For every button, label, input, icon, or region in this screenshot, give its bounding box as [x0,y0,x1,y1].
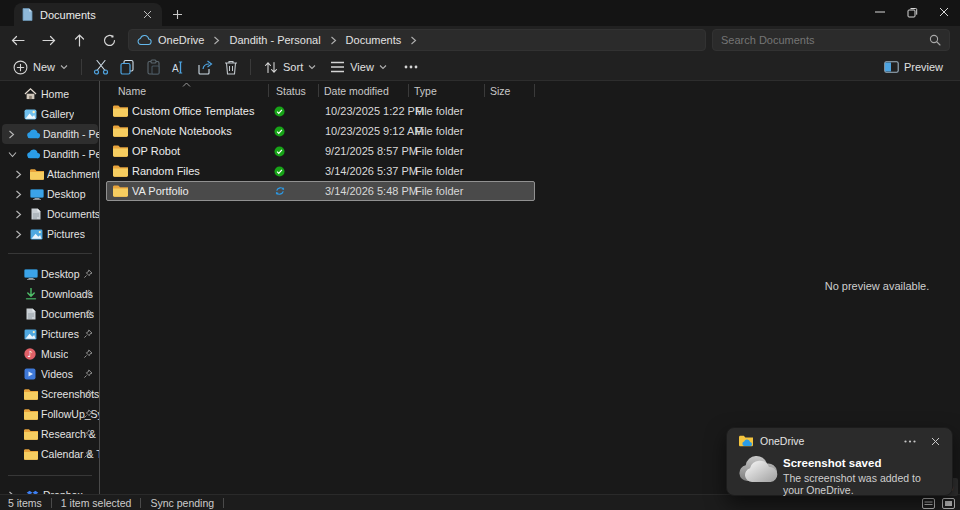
file-row-op-robot[interactable]: OP Robot 9/21/2025 8:57 PM File folder [106,141,535,161]
column-divider[interactable] [268,84,269,97]
column-header-size[interactable]: Size [490,83,510,99]
search-icon[interactable] [929,34,941,46]
breadcrumb-account[interactable]: Dandith - Personal [229,34,320,46]
sidebar-item-pictures-tree[interactable]: Pictures [2,224,98,244]
sidebar-scrollbar[interactable] [99,81,100,494]
pin-icon [83,349,93,359]
file-row-onenote-notebooks[interactable]: OneNote Notebooks 10/23/2025 9:12 AM Fil… [106,121,535,141]
sidebar-item-desktop-pinned[interactable]: Desktop [2,264,98,284]
search-input[interactable] [721,34,929,46]
window-controls [864,0,960,24]
pin-icon [83,329,93,339]
chevron-right-icon[interactable] [15,170,25,179]
column-divider[interactable] [408,84,409,97]
sidebar-item-downloads-pinned[interactable]: Downloads [2,284,98,304]
folder-icon [113,145,128,157]
minimize-button[interactable] [864,0,896,24]
thumbnails-view-icon[interactable] [941,497,956,509]
chevron-right-icon[interactable] [8,130,18,139]
view-button[interactable]: View [323,55,394,79]
share-icon[interactable] [192,55,218,79]
details-view-icon[interactable] [921,497,936,509]
sidebar-item-gallery[interactable]: Gallery [2,104,98,124]
pictures-icon [30,229,43,240]
tab-title: Documents [40,9,133,21]
sidebar-item-calendar-pinned[interactable]: Calendar & T [2,444,98,464]
tab-close-icon[interactable] [140,8,154,22]
restore-button[interactable] [896,0,928,24]
items-count: 5 items [8,497,42,509]
sidebar-item-documents-pinned[interactable]: Documents [2,304,98,324]
sidebar-item-desktop-tree[interactable]: Desktop [2,184,98,204]
chevron-right-icon[interactable] [210,36,223,45]
selected-count: 1 item selected [61,497,132,509]
chevron-right-icon[interactable] [15,230,25,239]
sidebar-item-documents-tree[interactable]: Documents [2,204,98,224]
toast-more-icon[interactable] [901,434,919,448]
search-box[interactable] [712,29,950,51]
file-row-va-portfolio[interactable]: VA Portfolio 3/14/2026 5:48 PM File fold… [106,181,535,201]
refresh-icon[interactable] [97,29,121,51]
forward-icon[interactable] [37,29,61,51]
sidebar-item-music-pinned[interactable]: ♪ Music [2,344,98,364]
rename-icon[interactable]: A [166,55,192,79]
preview-button[interactable]: Preview [877,55,950,79]
sidebar-item-home[interactable]: Home [2,84,98,104]
toast-close-icon[interactable] [926,434,944,448]
breadcrumb-documents[interactable]: Documents [346,34,402,46]
chevron-right-icon[interactable] [15,210,25,219]
folder-icon [24,389,38,400]
sidebar-item-attachments[interactable]: Attachments [2,164,98,184]
paste-icon[interactable] [140,55,166,79]
sidebar-item-research-pinned[interactable]: Research & I [2,424,98,444]
sidebar-item-pictures-pinned[interactable]: Pictures [2,324,98,344]
synced-icon [274,146,285,157]
more-options-icon[interactable] [398,55,424,79]
column-header-date-modified[interactable]: Date modified [324,83,389,99]
breadcrumb-onedrive[interactable]: OneDrive [158,34,204,46]
sidebar-item-screenshots-pinned[interactable]: Screenshots [2,384,98,404]
pin-icon [83,389,93,399]
onedrive-notification-toast[interactable]: OneDrive Screen [726,427,953,496]
delete-icon[interactable] [218,55,244,79]
sort-button[interactable]: Sort [257,55,323,79]
sort-button-label: Sort [283,61,303,73]
close-button[interactable] [928,0,960,24]
column-header-type[interactable]: Type [414,83,437,99]
new-tab-button[interactable] [168,5,186,23]
sidebar-item-onedrive-personal-expanded[interactable]: Dandith - Personal [2,144,98,164]
column-divider[interactable] [534,84,535,97]
cut-icon[interactable] [88,55,114,79]
status-divider [140,498,141,508]
tab-documents[interactable]: Documents [14,3,162,26]
folder-icon [113,185,128,197]
chevron-right-icon[interactable] [327,36,340,45]
home-icon [24,88,37,100]
sidebar-item-followup-pinned[interactable]: FollowUp_Sy [2,404,98,424]
sidebar-item-videos-pinned[interactable]: Videos [2,364,98,384]
sidebar-item-onedrive-personal[interactable]: Dandith - Personal [2,124,98,144]
chevron-right-icon[interactable] [15,190,25,199]
chevron-right-icon[interactable] [407,36,420,45]
address-breadcrumb[interactable]: OneDrive Dandith - Personal Documents [128,29,706,51]
document-tab-icon [22,8,33,21]
folder-icon [113,125,128,137]
new-button[interactable]: New [6,55,75,79]
file-row-random-files[interactable]: Random Files 3/14/2026 5:37 PM File fold… [106,161,535,181]
folder-icon [30,169,44,180]
file-row-custom-office-templates[interactable]: Custom Office Templates 10/23/2025 1:22 … [106,101,535,121]
column-header-status[interactable]: Status [276,83,306,99]
up-icon[interactable] [67,29,91,51]
onedrive-cloud-outline-icon [137,35,152,46]
sidebar-item-dropbox[interactable]: Dropbox [2,485,98,494]
copy-icon[interactable] [114,55,140,79]
desktop-icon [24,269,38,280]
folder-icon [24,429,38,440]
column-header-name[interactable]: Name [118,83,146,99]
folder-icon [113,165,128,177]
chevron-down-icon[interactable] [8,151,18,158]
column-divider[interactable] [484,84,485,97]
downloads-icon [25,288,37,300]
column-divider[interactable] [318,84,319,97]
back-icon[interactable] [6,29,30,51]
